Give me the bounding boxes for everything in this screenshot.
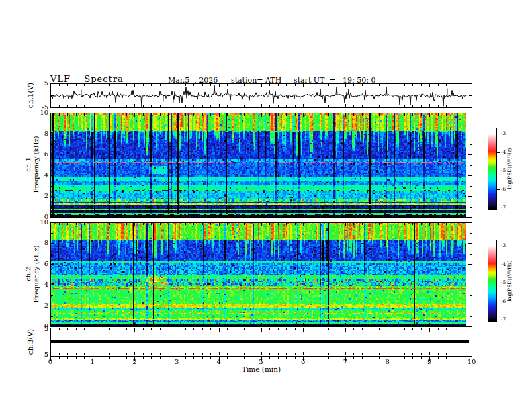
tick-label: 4 [206,358,232,365]
tick-label: 6 [290,358,316,365]
tick-label: 0 [37,358,64,365]
tick-label: 10 [458,358,485,365]
tick-label: 0 [27,322,48,330]
colorbar-tick-label: -4 [501,262,506,267]
colorbar-tick-label: -3 [501,243,506,248]
vlf-spectra-figure: VLF Spectra Mar.5 , 2026 station= ATH st… [0,0,532,411]
colorbar-tick-label: -5 [501,168,506,173]
tick-label: 8 [374,358,401,365]
tick-label: 7 [332,358,359,365]
tick-label: 10 [27,109,48,116]
tick-label: 5 [248,358,275,365]
ch3-waveform-panel [50,328,472,361]
tick-label: 6 [27,260,48,267]
colorbar-tick-label: -4 [501,150,506,155]
tick-label: 2 [27,302,48,309]
tick-label: 2 [27,192,48,199]
ch1-waveform-panel [50,83,472,108]
tick-label: 6 [27,150,48,158]
colorbar1-psd-label: log(PSD)(V²/Hz) [506,148,513,189]
colorbar2-psd-label: log(PSD)(V²/Hz) [506,260,513,301]
colorbar-tick-label: -6 [501,299,506,304]
tick-label: 1 [79,358,106,365]
colorbar-tick-label: -7 [501,205,506,210]
tick-label: 5 [27,79,48,87]
ch1-frequency-axis-label: ch.1 Frequency (kHz) [24,136,40,193]
colorbar-tick-label: -7 [501,317,506,322]
tick-label: 3 [163,358,190,365]
tick-label: -5 [27,351,48,358]
tick-label: 8 [27,130,48,137]
tick-label: 8 [27,239,48,246]
ch1-spectrogram-panel [50,113,472,218]
plot-title: VLF Spectra [50,74,124,84]
colorbar-tick-label: -5 [501,280,506,285]
time-axis-label: Time (min) [227,365,296,373]
tick-label: 4 [27,171,48,179]
ch2-spectrogram-panel [50,222,472,327]
ch2-frequency-axis-label: ch.2 Frequency (kHz) [24,245,40,302]
ch2-frequency-axis-label-line1: ch.2 [24,245,32,302]
ch1-frequency-axis-label-line2: Frequency (kHz) [32,136,40,193]
tick-label: 10 [27,218,48,226]
colorbar-ch1 [488,128,501,210]
colorbar-tick-label: -6 [501,187,506,192]
tick-label: 4 [27,281,48,288]
ch1-frequency-axis-label-line1: ch.1 [24,136,32,193]
colorbar-tick-label: -3 [501,131,506,136]
tick-label: 9 [416,358,443,365]
tick-label: 2 [121,358,148,365]
colorbar-ch2 [488,240,501,322]
ch2-frequency-axis-label-line2: Frequency (kHz) [32,245,40,302]
